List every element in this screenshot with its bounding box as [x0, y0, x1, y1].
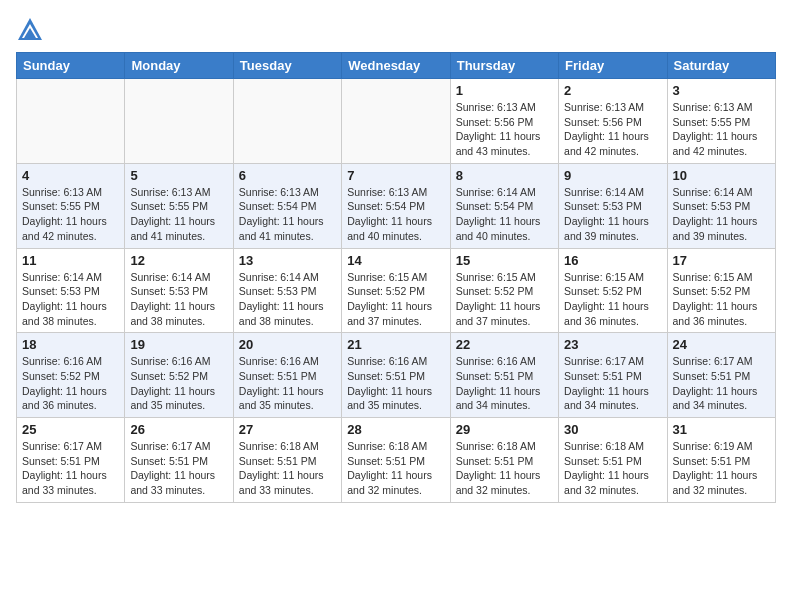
day-cell-27: 27Sunrise: 6:18 AM Sunset: 5:51 PM Dayli…	[233, 418, 341, 503]
day-cell-26: 26Sunrise: 6:17 AM Sunset: 5:51 PM Dayli…	[125, 418, 233, 503]
day-info: Sunrise: 6:13 AM Sunset: 5:56 PM Dayligh…	[456, 100, 553, 159]
day-cell-14: 14Sunrise: 6:15 AM Sunset: 5:52 PM Dayli…	[342, 248, 450, 333]
day-info: Sunrise: 6:16 AM Sunset: 5:51 PM Dayligh…	[239, 354, 336, 413]
week-row-3: 11Sunrise: 6:14 AM Sunset: 5:53 PM Dayli…	[17, 248, 776, 333]
week-row-2: 4Sunrise: 6:13 AM Sunset: 5:55 PM Daylig…	[17, 163, 776, 248]
day-number: 18	[22, 337, 119, 352]
day-header-saturday: Saturday	[667, 53, 775, 79]
day-info: Sunrise: 6:16 AM Sunset: 5:51 PM Dayligh…	[456, 354, 553, 413]
day-cell-21: 21Sunrise: 6:16 AM Sunset: 5:51 PM Dayli…	[342, 333, 450, 418]
week-row-5: 25Sunrise: 6:17 AM Sunset: 5:51 PM Dayli…	[17, 418, 776, 503]
day-info: Sunrise: 6:14 AM Sunset: 5:54 PM Dayligh…	[456, 185, 553, 244]
day-cell-1: 1Sunrise: 6:13 AM Sunset: 5:56 PM Daylig…	[450, 79, 558, 164]
day-info: Sunrise: 6:15 AM Sunset: 5:52 PM Dayligh…	[347, 270, 444, 329]
day-info: Sunrise: 6:14 AM Sunset: 5:53 PM Dayligh…	[673, 185, 770, 244]
day-number: 13	[239, 253, 336, 268]
day-info: Sunrise: 6:13 AM Sunset: 5:55 PM Dayligh…	[22, 185, 119, 244]
day-number: 6	[239, 168, 336, 183]
empty-cell	[233, 79, 341, 164]
day-number: 5	[130, 168, 227, 183]
day-info: Sunrise: 6:15 AM Sunset: 5:52 PM Dayligh…	[564, 270, 661, 329]
day-info: Sunrise: 6:13 AM Sunset: 5:54 PM Dayligh…	[239, 185, 336, 244]
day-cell-16: 16Sunrise: 6:15 AM Sunset: 5:52 PM Dayli…	[559, 248, 667, 333]
day-number: 4	[22, 168, 119, 183]
day-number: 22	[456, 337, 553, 352]
day-info: Sunrise: 6:14 AM Sunset: 5:53 PM Dayligh…	[564, 185, 661, 244]
day-cell-18: 18Sunrise: 6:16 AM Sunset: 5:52 PM Dayli…	[17, 333, 125, 418]
day-info: Sunrise: 6:16 AM Sunset: 5:51 PM Dayligh…	[347, 354, 444, 413]
day-number: 11	[22, 253, 119, 268]
day-header-monday: Monday	[125, 53, 233, 79]
day-info: Sunrise: 6:18 AM Sunset: 5:51 PM Dayligh…	[456, 439, 553, 498]
day-cell-2: 2Sunrise: 6:13 AM Sunset: 5:56 PM Daylig…	[559, 79, 667, 164]
day-header-sunday: Sunday	[17, 53, 125, 79]
day-info: Sunrise: 6:16 AM Sunset: 5:52 PM Dayligh…	[22, 354, 119, 413]
day-info: Sunrise: 6:13 AM Sunset: 5:56 PM Dayligh…	[564, 100, 661, 159]
day-number: 23	[564, 337, 661, 352]
day-info: Sunrise: 6:18 AM Sunset: 5:51 PM Dayligh…	[239, 439, 336, 498]
day-info: Sunrise: 6:15 AM Sunset: 5:52 PM Dayligh…	[673, 270, 770, 329]
day-cell-9: 9Sunrise: 6:14 AM Sunset: 5:53 PM Daylig…	[559, 163, 667, 248]
day-cell-6: 6Sunrise: 6:13 AM Sunset: 5:54 PM Daylig…	[233, 163, 341, 248]
empty-cell	[125, 79, 233, 164]
day-number: 19	[130, 337, 227, 352]
empty-cell	[17, 79, 125, 164]
day-number: 24	[673, 337, 770, 352]
day-number: 14	[347, 253, 444, 268]
week-row-1: 1Sunrise: 6:13 AM Sunset: 5:56 PM Daylig…	[17, 79, 776, 164]
day-info: Sunrise: 6:15 AM Sunset: 5:52 PM Dayligh…	[456, 270, 553, 329]
day-cell-5: 5Sunrise: 6:13 AM Sunset: 5:55 PM Daylig…	[125, 163, 233, 248]
day-cell-24: 24Sunrise: 6:17 AM Sunset: 5:51 PM Dayli…	[667, 333, 775, 418]
day-cell-31: 31Sunrise: 6:19 AM Sunset: 5:51 PM Dayli…	[667, 418, 775, 503]
day-cell-22: 22Sunrise: 6:16 AM Sunset: 5:51 PM Dayli…	[450, 333, 558, 418]
day-info: Sunrise: 6:13 AM Sunset: 5:54 PM Dayligh…	[347, 185, 444, 244]
day-info: Sunrise: 6:16 AM Sunset: 5:52 PM Dayligh…	[130, 354, 227, 413]
day-cell-19: 19Sunrise: 6:16 AM Sunset: 5:52 PM Dayli…	[125, 333, 233, 418]
day-number: 20	[239, 337, 336, 352]
day-headers-row: SundayMondayTuesdayWednesdayThursdayFrid…	[17, 53, 776, 79]
day-cell-23: 23Sunrise: 6:17 AM Sunset: 5:51 PM Dayli…	[559, 333, 667, 418]
day-number: 31	[673, 422, 770, 437]
day-header-wednesday: Wednesday	[342, 53, 450, 79]
logo	[16, 16, 48, 44]
day-cell-4: 4Sunrise: 6:13 AM Sunset: 5:55 PM Daylig…	[17, 163, 125, 248]
day-info: Sunrise: 6:14 AM Sunset: 5:53 PM Dayligh…	[22, 270, 119, 329]
day-number: 29	[456, 422, 553, 437]
day-cell-20: 20Sunrise: 6:16 AM Sunset: 5:51 PM Dayli…	[233, 333, 341, 418]
day-cell-17: 17Sunrise: 6:15 AM Sunset: 5:52 PM Dayli…	[667, 248, 775, 333]
day-number: 17	[673, 253, 770, 268]
day-number: 9	[564, 168, 661, 183]
day-info: Sunrise: 6:17 AM Sunset: 5:51 PM Dayligh…	[673, 354, 770, 413]
day-number: 28	[347, 422, 444, 437]
day-number: 25	[22, 422, 119, 437]
day-number: 30	[564, 422, 661, 437]
day-info: Sunrise: 6:13 AM Sunset: 5:55 PM Dayligh…	[673, 100, 770, 159]
day-number: 16	[564, 253, 661, 268]
week-row-4: 18Sunrise: 6:16 AM Sunset: 5:52 PM Dayli…	[17, 333, 776, 418]
day-cell-29: 29Sunrise: 6:18 AM Sunset: 5:51 PM Dayli…	[450, 418, 558, 503]
day-cell-25: 25Sunrise: 6:17 AM Sunset: 5:51 PM Dayli…	[17, 418, 125, 503]
day-header-friday: Friday	[559, 53, 667, 79]
day-number: 26	[130, 422, 227, 437]
day-cell-12: 12Sunrise: 6:14 AM Sunset: 5:53 PM Dayli…	[125, 248, 233, 333]
day-cell-15: 15Sunrise: 6:15 AM Sunset: 5:52 PM Dayli…	[450, 248, 558, 333]
day-number: 8	[456, 168, 553, 183]
day-cell-11: 11Sunrise: 6:14 AM Sunset: 5:53 PM Dayli…	[17, 248, 125, 333]
day-header-tuesday: Tuesday	[233, 53, 341, 79]
day-cell-28: 28Sunrise: 6:18 AM Sunset: 5:51 PM Dayli…	[342, 418, 450, 503]
logo-icon	[16, 16, 44, 44]
day-number: 7	[347, 168, 444, 183]
day-info: Sunrise: 6:14 AM Sunset: 5:53 PM Dayligh…	[130, 270, 227, 329]
day-cell-13: 13Sunrise: 6:14 AM Sunset: 5:53 PM Dayli…	[233, 248, 341, 333]
day-info: Sunrise: 6:19 AM Sunset: 5:51 PM Dayligh…	[673, 439, 770, 498]
day-info: Sunrise: 6:17 AM Sunset: 5:51 PM Dayligh…	[22, 439, 119, 498]
day-number: 3	[673, 83, 770, 98]
day-cell-8: 8Sunrise: 6:14 AM Sunset: 5:54 PM Daylig…	[450, 163, 558, 248]
day-number: 21	[347, 337, 444, 352]
day-number: 10	[673, 168, 770, 183]
day-header-thursday: Thursday	[450, 53, 558, 79]
day-number: 2	[564, 83, 661, 98]
day-info: Sunrise: 6:13 AM Sunset: 5:55 PM Dayligh…	[130, 185, 227, 244]
day-number: 12	[130, 253, 227, 268]
page-header	[16, 16, 776, 44]
